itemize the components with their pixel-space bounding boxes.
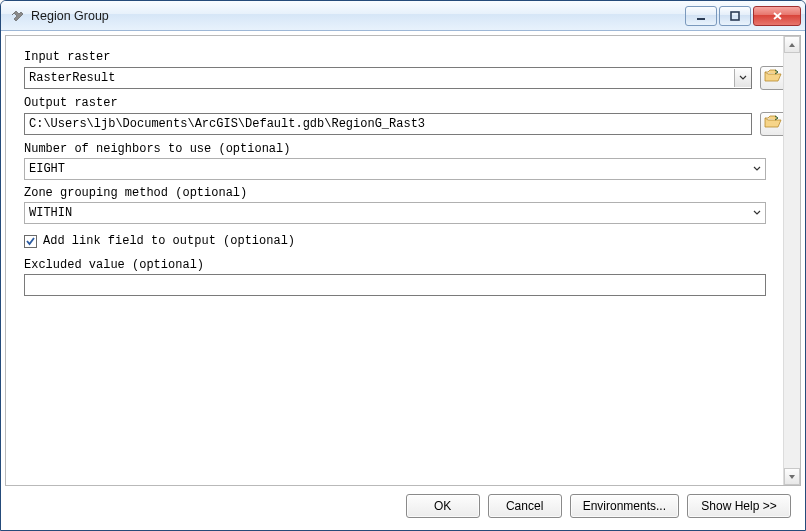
zone-combo[interactable]: WITHIN — [24, 202, 766, 224]
neighbors-combo[interactable]: EIGHT — [24, 158, 766, 180]
cancel-button[interactable]: Cancel — [488, 494, 562, 518]
output-raster-input[interactable]: C:\Users\ljb\Documents\ArcGIS\Default.gd… — [24, 113, 752, 135]
environments-button[interactable]: Environments... — [570, 494, 679, 518]
vertical-scrollbar[interactable] — [783, 36, 800, 485]
window-controls — [683, 4, 803, 28]
neighbors-value: EIGHT — [29, 162, 65, 176]
output-raster-label: Output raster — [24, 96, 786, 110]
show-help-button[interactable]: Show Help >> — [687, 494, 791, 518]
output-raster-value: C:\Users\ljb\Documents\ArcGIS\Default.gd… — [29, 117, 425, 131]
scroll-track[interactable] — [784, 53, 800, 468]
chevron-down-icon[interactable] — [748, 204, 765, 222]
scroll-up-button[interactable] — [784, 36, 800, 53]
folder-open-icon — [764, 68, 782, 88]
client-area: Input raster RasterResult — [1, 31, 805, 530]
minimize-button[interactable] — [685, 6, 717, 26]
folder-open-icon — [764, 114, 782, 134]
svg-rect-0 — [697, 18, 705, 20]
add-link-checkbox[interactable] — [24, 235, 37, 248]
scroll-down-button[interactable] — [784, 468, 800, 485]
chevron-down-icon[interactable] — [748, 160, 765, 178]
titlebar[interactable]: Region Group — [1, 1, 805, 31]
window-title: Region Group — [31, 1, 683, 31]
excluded-value-input[interactable] — [24, 274, 766, 296]
content-frame: Input raster RasterResult — [5, 35, 801, 486]
excluded-label: Excluded value (optional) — [24, 258, 786, 272]
maximize-button[interactable] — [719, 6, 751, 26]
ok-button[interactable]: OK — [406, 494, 480, 518]
zone-value: WITHIN — [29, 206, 72, 220]
chevron-down-icon[interactable] — [734, 69, 751, 87]
button-bar: OK Cancel Environments... Show Help >> — [5, 486, 801, 526]
window-frame: Region Group Input raster RasterResult — [0, 0, 806, 531]
hammer-icon — [9, 8, 25, 24]
close-button[interactable] — [753, 6, 801, 26]
input-raster-label: Input raster — [24, 50, 786, 64]
svg-rect-1 — [731, 12, 739, 20]
zone-label: Zone grouping method (optional) — [24, 186, 786, 200]
input-raster-value: RasterResult — [29, 71, 115, 85]
form-area: Input raster RasterResult — [6, 36, 800, 485]
input-raster-combo[interactable]: RasterResult — [24, 67, 752, 89]
neighbors-label: Number of neighbors to use (optional) — [24, 142, 786, 156]
add-link-label: Add link field to output (optional) — [43, 234, 295, 248]
